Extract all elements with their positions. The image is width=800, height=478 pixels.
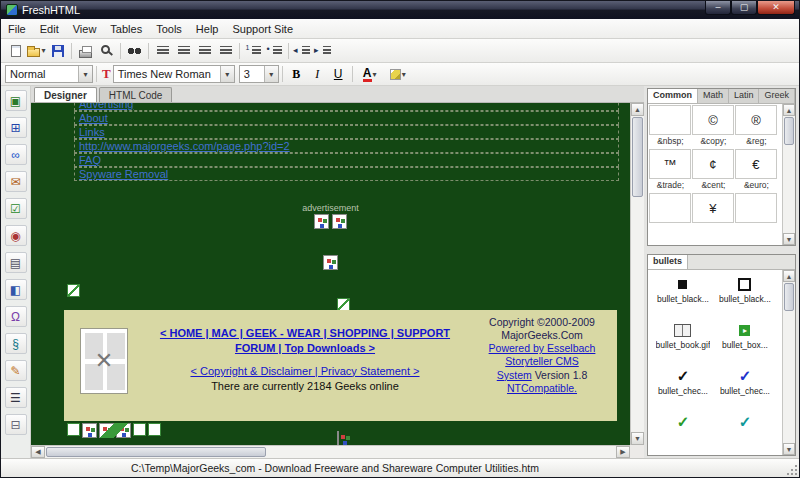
italic-button[interactable]: I [307, 64, 328, 84]
insert-dropdown-button[interactable]: ◧ [5, 279, 27, 300]
menu-tools[interactable]: Tools [149, 20, 189, 38]
bullet-item[interactable]: bullet_black... [714, 274, 776, 314]
bold-button[interactable]: B [286, 64, 307, 84]
bullet-item[interactable]: ✓ [652, 412, 714, 452]
scrollbar-thumb[interactable] [784, 117, 794, 145]
system-link[interactable]: System [497, 369, 532, 381]
save-button[interactable] [47, 41, 68, 61]
scroll-down-icon[interactable]: ▼ [783, 443, 795, 455]
char-cell-reg[interactable]: ® [735, 105, 777, 135]
char-cell[interactable] [735, 193, 777, 223]
insert-hyperlink-button[interactable]: ∞ [5, 144, 27, 165]
print-button[interactable] [75, 41, 96, 61]
underline-button[interactable]: U [328, 64, 349, 84]
scrollbar-thumb[interactable] [46, 447, 266, 457]
page-link[interactable]: Links [74, 125, 619, 139]
font-color-button[interactable]: A ▾ [356, 64, 384, 84]
broken-image-icon[interactable] [323, 255, 338, 270]
bullet-item[interactable]: bullet_book.gif [652, 320, 714, 360]
insert-textarea-button[interactable]: ▤ [5, 252, 27, 273]
menu-support-site[interactable]: Support Site [225, 20, 300, 38]
char-cell[interactable] [649, 193, 691, 223]
insert-radio-button-button[interactable]: ◉ [5, 225, 27, 246]
insert-email-link-button[interactable]: ✉ [5, 171, 27, 192]
tab-designer[interactable]: Designer [34, 87, 97, 102]
insert-special-character-button[interactable]: Ω [5, 306, 27, 327]
spacer-image-icon[interactable] [148, 423, 161, 436]
menu-view[interactable]: View [66, 20, 104, 38]
edit-tag-button[interactable]: ✎ [5, 360, 27, 381]
preview-button[interactable] [96, 41, 117, 61]
minimize-button[interactable]: – [705, 1, 731, 15]
footer-nav-links[interactable]: < HOME | MAC | GEEK - WEAR | SHOPPING | … [142, 326, 468, 357]
bullets-tab[interactable]: bullets [648, 255, 688, 269]
scrollbar-thumb[interactable] [784, 283, 794, 311]
bullet-item[interactable]: ✓ bullet_chec... [714, 366, 776, 406]
justify-button[interactable] [215, 41, 236, 61]
scroll-up-icon[interactable]: ▲ [783, 104, 795, 116]
scroll-up-icon[interactable]: ▲ [631, 103, 644, 116]
char-tab-latin[interactable]: Latin [729, 89, 760, 103]
close-button[interactable]: ✕ [757, 1, 795, 15]
style-select[interactable]: Normal ▾ [5, 65, 93, 83]
broken-image-icon[interactable] [314, 214, 329, 229]
insert-image-button[interactable]: ▣ [5, 90, 27, 111]
scroll-right-icon[interactable]: ▶ [616, 446, 630, 458]
bullet-list-button[interactable] [264, 41, 285, 61]
menu-file[interactable]: File [1, 20, 33, 38]
menu-tables[interactable]: Tables [103, 20, 149, 38]
align-right-button[interactable] [194, 41, 215, 61]
numbered-list-button[interactable] [243, 41, 264, 61]
scroll-left-icon[interactable]: ◀ [31, 446, 45, 458]
menu-help[interactable]: Help [189, 20, 226, 38]
ntcompatible-link[interactable]: NTCompatible. [472, 382, 612, 395]
broken-thumbnail-image[interactable] [80, 328, 128, 394]
bullet-item[interactable]: ✓ [714, 412, 776, 452]
insert-horizontal-rule-button[interactable]: ⊟ [5, 414, 27, 435]
insert-table-button[interactable]: ⊞ [5, 117, 27, 138]
scroll-down-icon[interactable]: ▼ [783, 233, 795, 245]
char-cell-trade[interactable]: ™ [649, 149, 691, 179]
spacer-image-icon[interactable] [67, 284, 80, 297]
scroll-up-icon[interactable]: ▲ [783, 270, 795, 282]
highlight-button[interactable]: ▾ [384, 64, 412, 84]
page-link[interactable]: FAQ [74, 153, 619, 167]
bullet-item[interactable]: bullet_box... [714, 320, 776, 360]
char-tab-greek[interactable]: Greek [759, 89, 795, 103]
outdent-button[interactable] [292, 41, 313, 61]
scrollbar-thumb[interactable] [632, 117, 643, 197]
char-tab-common[interactable]: Common [648, 89, 698, 103]
page-link[interactable]: Advertising [74, 103, 619, 111]
insert-script-button[interactable]: § [5, 333, 27, 354]
storyteller-link[interactable]: Storyteller CMS [472, 355, 612, 368]
powered-by-link[interactable]: Powered by Esselbach [472, 342, 612, 355]
insert-checkbox-button[interactable]: ☑ [5, 198, 27, 219]
char-tab-math[interactable]: Math [698, 89, 729, 103]
resize-grip-icon[interactable] [786, 464, 798, 476]
font-select[interactable]: Times New Roman ▾ [113, 65, 235, 83]
align-left-button[interactable] [152, 41, 173, 61]
footer-legal-links[interactable]: < Copyright & Disclaimer | Privacy State… [142, 364, 468, 379]
page-link[interactable]: Spyware Removal [74, 167, 619, 181]
char-cell-euro[interactable]: € [735, 149, 777, 179]
scroll-down-icon[interactable]: ▼ [631, 432, 644, 445]
maximize-button[interactable]: ▢ [731, 1, 757, 15]
new-document-button[interactable] [5, 41, 26, 61]
font-size-select[interactable]: 3 ▾ [239, 65, 279, 83]
bullet-item[interactable]: bullet_black... [652, 274, 714, 314]
designer-canvas[interactable]: Advertising About Links http://www.major… [31, 103, 644, 458]
page-link[interactable]: About [74, 111, 619, 125]
find-button[interactable] [124, 41, 145, 61]
open-file-button[interactable]: ▾ [26, 41, 47, 61]
char-cell-copy[interactable]: © [692, 105, 734, 135]
char-cell-yen[interactable]: ¥ [692, 193, 734, 223]
charmap-scrollbar[interactable]: ▲ ▼ [782, 104, 795, 245]
page-link[interactable]: http://www.majorgeeks.com/page.php?id=2 [74, 139, 619, 153]
menu-edit[interactable]: Edit [33, 20, 66, 38]
broken-image-icon[interactable] [332, 214, 347, 229]
designer-horizontal-scrollbar[interactable]: ◀ ▶ [31, 445, 630, 458]
align-center-button[interactable] [173, 41, 194, 61]
bullet-item[interactable]: ✓ bullet_chec... [652, 366, 714, 406]
insert-list-button[interactable]: ☰ [5, 387, 27, 408]
tab-html-code[interactable]: HTML Code [99, 87, 173, 102]
